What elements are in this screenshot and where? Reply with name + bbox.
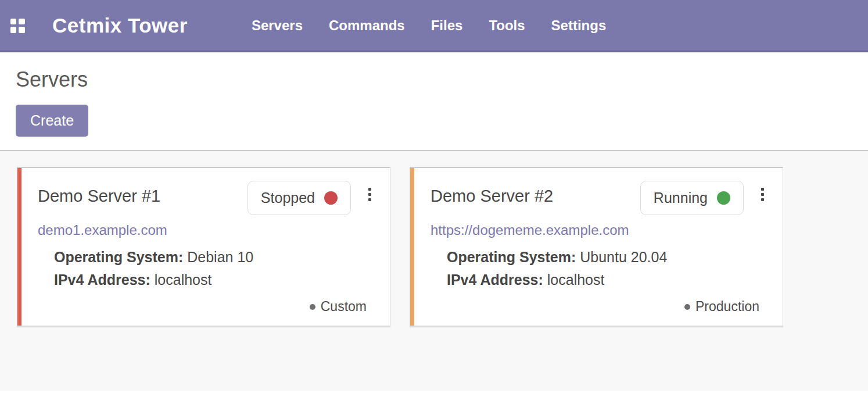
detail-os-label: Operating System: <box>447 249 576 265</box>
status-badge[interactable]: Running <box>640 181 744 215</box>
server-name: Demo Server #2 <box>431 187 553 206</box>
status-badge[interactable]: Stopped <box>248 181 351 215</box>
create-button[interactable]: Create <box>16 105 88 137</box>
nav-item-tools[interactable]: Tools <box>489 17 525 34</box>
tag-row: Production <box>431 299 765 315</box>
apps-menu-icon[interactable] <box>10 19 25 33</box>
nav-item-files[interactable]: Files <box>431 17 463 34</box>
nav-item-servers[interactable]: Servers <box>252 17 303 34</box>
server-url-link[interactable]: demo1.example.com <box>38 222 167 238</box>
kebab-menu-icon[interactable] <box>367 185 372 203</box>
status-dot-icon <box>717 191 730 205</box>
detail-ip-label: IPv4 Address: <box>447 271 543 288</box>
server-card[interactable]: Demo Server #2 Running https://dogememe.… <box>410 167 783 326</box>
apps-menu-icon-square <box>19 19 25 24</box>
nav-item-commands[interactable]: Commands <box>329 17 405 34</box>
top-navbar: Cetmix Tower Servers Commands Files Tool… <box>0 0 868 52</box>
detail-os-value: Ubuntu 20.04 <box>580 249 667 265</box>
server-kanban: Demo Server #1 Stopped demo1.example.com… <box>0 151 868 391</box>
apps-menu-icon-square <box>19 27 25 33</box>
kebab-menu-icon[interactable] <box>760 185 765 203</box>
tag-dot-icon <box>310 304 315 310</box>
tag-dot-icon <box>684 304 690 310</box>
server-url-link[interactable]: https://dogememe.example.com <box>431 222 629 238</box>
main-nav: Servers Commands Files Tools Settings <box>252 17 606 34</box>
page-title: Servers <box>16 67 868 92</box>
page-head: Servers Create <box>0 52 868 150</box>
detail-os-label: Operating System: <box>54 249 183 265</box>
tag-label: Production <box>695 299 759 315</box>
detail-ip-value: localhost <box>547 271 605 288</box>
detail-ip: IPv4 Address: localhost <box>447 269 765 291</box>
detail-ip: IPv4 Address: localhost <box>54 269 372 291</box>
detail-os: Operating System: Debian 10 <box>54 246 372 269</box>
server-card[interactable]: Demo Server #1 Stopped demo1.example.com… <box>17 167 390 326</box>
tag-label: Custom <box>321 299 367 315</box>
card-accent-strip <box>410 168 414 326</box>
status-label: Stopped <box>261 190 315 206</box>
status-label: Running <box>654 190 708 206</box>
detail-os-value: Debian 10 <box>187 249 253 265</box>
detail-ip-label: IPv4 Address: <box>54 271 150 288</box>
server-details: Operating System: Ubuntu 20.04 IPv4 Addr… <box>447 246 765 291</box>
server-name: Demo Server #1 <box>38 187 160 206</box>
detail-os: Operating System: Ubuntu 20.04 <box>447 246 765 269</box>
nav-item-settings[interactable]: Settings <box>551 17 607 34</box>
detail-ip-value: localhost <box>155 271 212 288</box>
card-accent-strip <box>17 168 21 326</box>
apps-menu-icon-square <box>10 27 16 33</box>
app-brand-title[interactable]: Cetmix Tower <box>52 14 188 37</box>
tag-row: Custom <box>38 299 372 315</box>
status-dot-icon <box>324 191 338 205</box>
server-details: Operating System: Debian 10 IPv4 Address… <box>54 246 372 291</box>
apps-menu-icon-square <box>10 19 16 24</box>
